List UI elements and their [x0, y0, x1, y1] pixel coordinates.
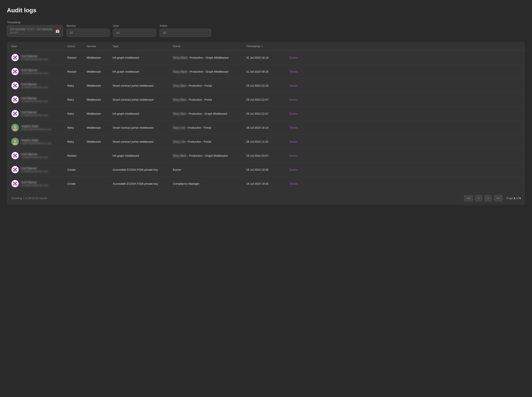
svg-point-16	[13, 70, 14, 71]
user-cell: Kurtl Nlarrow kurtl@blockdemon.com	[11, 54, 67, 62]
svg-point-52	[13, 129, 17, 131]
svg-point-28	[13, 86, 14, 87]
type-cell: HA graph middleware	[112, 70, 173, 73]
details-link[interactable]: Details	[289, 154, 298, 157]
name-blurred: Story Link	[173, 140, 185, 143]
next-page-button[interactable]: >	[484, 195, 492, 202]
type-cell: Smart contract portal middleware	[112, 98, 173, 101]
user-email: kurtl@blockdemon.com	[21, 170, 48, 173]
svg-point-74	[13, 168, 14, 169]
user-name: Kurtl Nlarrow	[21, 68, 48, 72]
type-cell: HA graph middleware	[112, 112, 173, 115]
details-link[interactable]: Details	[289, 140, 298, 143]
table-row: Kurtl Nlarrow kurtl@blockdemon.com Resta…	[7, 149, 525, 163]
name-cell: Story Link - Production - Portal	[173, 140, 246, 143]
user-name: Kurtl Manuzr	[21, 97, 48, 100]
user-info: Srigsha Singh srigsha@blockdemon.com	[21, 139, 52, 145]
details-cell: Details	[289, 98, 307, 101]
details-cell: Details	[289, 112, 307, 115]
details-cell: Details	[289, 168, 307, 171]
col-user: User	[11, 45, 67, 48]
name-blurred: Story Bank	[173, 154, 187, 157]
col-name: Name	[173, 45, 246, 48]
details-link[interactable]: Details	[289, 56, 298, 59]
timestamp-cell: 28 Jul 2024 16:14	[246, 126, 289, 129]
user-cell: Srigsha Singh srigsha@blockdemon.com	[11, 138, 67, 145]
timestamp-placeholder: DD MMMM YYYY - DD MMMM YYYY	[10, 28, 56, 34]
name-blurred: Story Dark	[173, 112, 186, 115]
action-filter-group: Action All	[160, 24, 211, 37]
name-cell: Story Link - Production - Portal	[173, 126, 246, 129]
details-link[interactable]: Details	[289, 168, 298, 171]
user-info: Kurtl Manuzr kurtl@blockdemon.com	[21, 111, 48, 117]
name-blurred: Stony Bank	[173, 70, 187, 73]
user-info: Kurtl Nlarrow kurtl@blockdemon.com	[21, 68, 48, 75]
details-link[interactable]: Details	[289, 126, 298, 129]
svg-point-75	[16, 168, 17, 169]
svg-rect-45	[14, 113, 16, 114]
action-cell: Restart	[67, 154, 87, 157]
table-row: Kurtl Nlarrow kurtl@blockdemon.com Resta…	[7, 65, 525, 79]
details-link[interactable]: Details	[289, 112, 298, 115]
service-label: Service	[66, 24, 110, 27]
timestamp-filter[interactable]: DD MMMM YYYY - DD MMMM YYYY 📅	[7, 25, 63, 37]
user-cell: Kurtl Manuzr kurtl@blockdemon.com	[11, 110, 67, 118]
action-cell: Create	[67, 182, 87, 185]
details-link[interactable]: Details	[289, 182, 298, 185]
svg-point-86	[13, 184, 14, 185]
type-cell: Accessible ECDSA P256 private key	[112, 182, 173, 185]
service-filter[interactable]: All	[66, 29, 110, 37]
action-filter[interactable]: All	[160, 29, 211, 37]
timestamp-cell: 18 Jul 2024 19:45	[246, 168, 289, 171]
user-cell: Kurtl Nlarrow kurtl@blockdemon.com	[11, 68, 67, 75]
user-name: Kurtl Manuzr	[21, 167, 48, 170]
service-cell: Middleware	[87, 56, 112, 59]
user-info: Kurtl Manuzr kurtl@blockdemon.com	[21, 167, 48, 173]
user-filter[interactable]: All	[113, 29, 156, 37]
table-row: Srigsha Singh srigsha@blockdemon.com Ret…	[7, 135, 525, 149]
svg-point-55	[14, 140, 16, 142]
user-name: Kurtl Nlarrow	[21, 153, 48, 156]
svg-point-76	[13, 170, 14, 171]
prev-page-button[interactable]: <	[475, 195, 483, 202]
svg-point-37	[16, 98, 17, 99]
timestamp-cell: 28 Jul 2024 11:31	[246, 140, 289, 143]
details-cell: Details	[289, 70, 307, 73]
action-cell: Create	[67, 168, 87, 171]
svg-point-29	[16, 86, 17, 87]
first-page-button[interactable]: <<	[464, 195, 473, 202]
name-cell: Story Dark - Production - Graph Middlewa…	[173, 112, 246, 115]
user-name: Kurtl Manuzr	[21, 181, 48, 184]
details-link[interactable]: Details	[289, 70, 298, 73]
svg-point-7	[16, 56, 17, 57]
svg-rect-83	[14, 183, 16, 184]
svg-point-85	[16, 182, 17, 183]
name-cell: Stony Bank - Production - Graph Middlewa…	[173, 70, 246, 73]
user-cell: Kurtl Nlarrow kurtl@blockdemon.com	[11, 152, 67, 160]
user-info: Kurtl Manuzr kurtl@blockdemon.com	[21, 181, 48, 187]
last-page-button[interactable]: >>	[494, 195, 503, 202]
details-link[interactable]: Details	[289, 98, 298, 101]
svg-point-87	[16, 184, 17, 185]
name-cell: Compliance Manager	[173, 182, 246, 185]
name-blurred: Story Link	[173, 126, 185, 129]
type-cell: Smart contract portal middleware	[112, 84, 173, 87]
table-row: Kurtl Manuzr kurtl@blockdemon.com Create…	[7, 177, 525, 191]
page-current: 1	[514, 197, 515, 200]
timestamp-cell: 31 Jul 2024 18:19	[246, 56, 289, 59]
calendar-icon: 📅	[56, 29, 60, 33]
svg-point-6	[13, 56, 14, 57]
col-timestamp[interactable]: Timestamp ▼	[246, 45, 289, 48]
details-link[interactable]: Details	[289, 84, 298, 87]
user-info: Srigsha Singh srigsha@blockdemon.com	[21, 124, 52, 131]
svg-rect-63	[14, 155, 16, 156]
svg-point-49	[16, 114, 17, 115]
svg-point-26	[13, 84, 14, 85]
filters-bar: Timestamp DD MMMM YYYY - DD MMMM YYYY 📅 …	[7, 21, 525, 37]
user-info: Kurtl Nlarrow kurtl@blockdemon.com	[21, 55, 48, 61]
user-filter-group: User All	[113, 24, 156, 37]
svg-point-48	[13, 114, 14, 115]
user-email: srigsha@blockdemon.com	[21, 142, 52, 145]
action-cell: Retry	[67, 112, 87, 115]
table-row: Kurtl Nlarrow kurtl@blockdemon.com Resta…	[7, 51, 525, 65]
